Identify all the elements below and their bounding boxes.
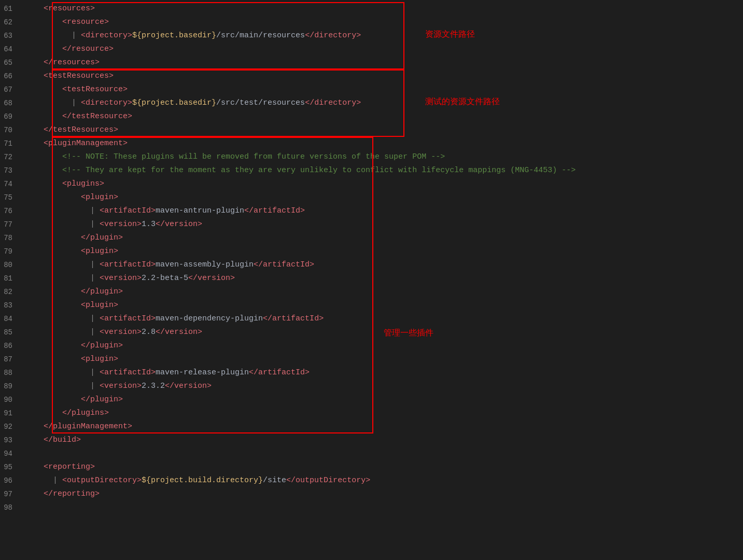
line-content: </pluginManagement>	[21, 420, 743, 433]
line-content: <resource>	[21, 16, 743, 29]
code-line: 92 </pluginManagement>	[0, 420, 743, 433]
line-number: 77	[0, 218, 21, 231]
line-content: </testResource>	[21, 110, 743, 123]
line-number: 85	[0, 326, 21, 339]
line-number: 83	[0, 299, 21, 312]
code-line: 61 <resources>	[0, 2, 743, 16]
line-content: | <directory>${project.basedir}/src/main…	[21, 29, 743, 43]
code-line: 90 </plugin>	[0, 393, 743, 407]
line-number: 63	[0, 29, 21, 43]
code-line: 85 | <version>2.8</version>	[0, 326, 743, 339]
line-number: 96	[0, 474, 21, 487]
line-number: 86	[0, 339, 21, 353]
line-content: </plugin>	[21, 339, 743, 353]
code-line: 69 </testResource>	[0, 110, 743, 123]
line-number: 80	[0, 258, 21, 272]
line-content: | <artifactId>maven-dependency-plugin</a…	[21, 312, 743, 326]
code-line: 87 <plugin>	[0, 353, 743, 366]
line-number: 94	[0, 447, 21, 460]
line-number: 71	[0, 137, 21, 150]
line-content: <plugin>	[21, 353, 743, 366]
line-content: | <version>2.3.2</version>	[21, 380, 743, 393]
line-number: 64	[0, 43, 21, 56]
line-number: 88	[0, 366, 21, 380]
line-number: 78	[0, 231, 21, 245]
line-number: 92	[0, 420, 21, 433]
line-content: | <artifactId>maven-assembly-plugin</art…	[21, 258, 743, 272]
line-number: 87	[0, 353, 21, 366]
code-line: 93 </build>	[0, 433, 743, 447]
code-line: 66 <testResources>	[0, 69, 743, 83]
code-line: 65 </resources>	[0, 56, 743, 69]
code-line: 97 </reporting>	[0, 487, 743, 501]
line-number: 70	[0, 123, 21, 137]
code-line: 78 </plugin>	[0, 231, 743, 245]
line-content: <plugin>	[21, 299, 743, 312]
line-number: 90	[0, 393, 21, 407]
code-line: 73 <!-- They are kept for the moment as …	[0, 164, 743, 177]
line-content: </testResources>	[21, 123, 743, 137]
code-line: 95 <reporting>	[0, 460, 743, 474]
line-number: 79	[0, 245, 21, 258]
line-number: 76	[0, 204, 21, 218]
line-number: 84	[0, 312, 21, 326]
line-number: 81	[0, 272, 21, 285]
line-number: 69	[0, 110, 21, 123]
code-line: 79 <plugin>	[0, 245, 743, 258]
line-number: 67	[0, 83, 21, 96]
line-content: </reporting>	[21, 487, 743, 501]
line-number: 68	[0, 96, 21, 110]
line-number: 75	[0, 191, 21, 204]
code-line: 84 | <artifactId>maven-dependency-plugin…	[0, 312, 743, 326]
line-content: </plugin>	[21, 393, 743, 407]
line-number: 95	[0, 460, 21, 474]
code-line: 82 </plugin>	[0, 285, 743, 299]
line-content: <plugin>	[21, 191, 743, 204]
code-line: 96 | <outputDirectory>${project.build.di…	[0, 474, 743, 487]
line-content: | <artifactId>maven-antrun-plugin</artif…	[21, 204, 743, 218]
line-number: 97	[0, 487, 21, 501]
code-line: 77 | <version>1.3</version>	[0, 218, 743, 231]
code-line: 75 <plugin>	[0, 191, 743, 204]
line-number: 82	[0, 285, 21, 299]
line-content: </plugins>	[21, 407, 743, 420]
line-content: <plugin>	[21, 245, 743, 258]
code-editor: 61 <resources>62 <resource>63 | <directo…	[0, 0, 743, 560]
line-content: </resources>	[21, 56, 743, 69]
line-content: <testResource>	[21, 83, 743, 96]
code-line: 81 | <version>2.2-beta-5</version>	[0, 272, 743, 285]
code-line: 71 <pluginManagement>	[0, 137, 743, 150]
line-content: <reporting>	[21, 460, 743, 474]
code-line: 94	[0, 447, 743, 460]
line-number: 61	[0, 2, 21, 16]
code-line: 64 </resource>	[0, 43, 743, 56]
line-content: | <directory>${project.basedir}/src/test…	[21, 96, 743, 110]
line-content: <!-- They are kept for the moment as the…	[21, 164, 743, 177]
line-content: </plugin>	[21, 231, 743, 245]
line-content: </build>	[21, 433, 743, 447]
line-content: | <version>1.3</version>	[21, 218, 743, 231]
line-content: </resource>	[21, 43, 743, 56]
line-content: <plugins>	[21, 177, 743, 191]
line-content: <!-- NOTE: These plugins will be removed…	[21, 150, 743, 164]
line-number: 72	[0, 150, 21, 164]
code-line: 86 </plugin>	[0, 339, 743, 353]
code-line: 98	[0, 501, 743, 514]
line-number: 66	[0, 69, 21, 83]
code-line: 68 | <directory>${project.basedir}/src/t…	[0, 96, 743, 110]
line-content: <pluginManagement>	[21, 137, 743, 150]
line-content: <resources>	[21, 2, 743, 16]
line-number: 98	[0, 501, 21, 514]
code-line: 76 | <artifactId>maven-antrun-plugin</ar…	[0, 204, 743, 218]
code-line: 80 | <artifactId>maven-assembly-plugin</…	[0, 258, 743, 272]
line-number: 74	[0, 177, 21, 191]
code-line: 63 | <directory>${project.basedir}/src/m…	[0, 29, 743, 43]
line-number: 62	[0, 16, 21, 29]
code-line: 83 <plugin>	[0, 299, 743, 312]
code-line: 72 <!-- NOTE: These plugins will be remo…	[0, 150, 743, 164]
line-content: | <artifactId>maven-release-plugin</arti…	[21, 366, 743, 380]
line-number: 89	[0, 380, 21, 393]
code-line: 67 <testResource>	[0, 83, 743, 96]
line-content: | <outputDirectory>${project.build.direc…	[21, 474, 743, 487]
line-content: | <version>2.8</version>	[21, 326, 743, 339]
